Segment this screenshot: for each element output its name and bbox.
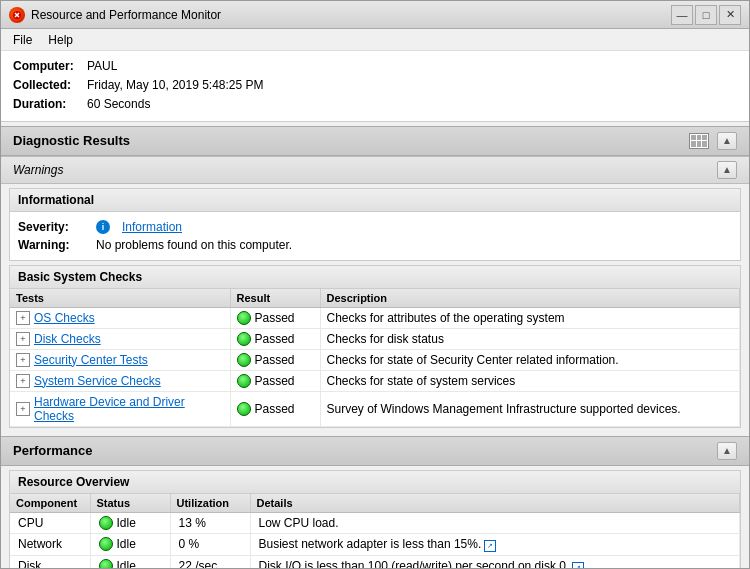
utilization-cell: 22 /sec: [170, 555, 250, 568]
test-cell: + Security Center Tests: [16, 353, 224, 367]
warning-value: No problems found on this computer.: [96, 238, 292, 252]
overview-table-row: Disk Idle 22 /sec Disk I/O is less than …: [10, 555, 740, 568]
external-link-icon[interactable]: ↗: [572, 562, 584, 568]
col-status: Status: [90, 494, 170, 513]
informational-header: Informational: [10, 189, 740, 212]
warnings-title: Warnings: [13, 163, 63, 177]
collected-value: Friday, May 10, 2019 5:48:25 PM: [87, 76, 264, 95]
duration-label: Duration:: [13, 95, 83, 114]
test-link-2[interactable]: Security Center Tests: [34, 353, 148, 367]
overview-table-row: Network Idle 0 % Busiest network adapter…: [10, 533, 740, 555]
checks-table-row: + System Service Checks Passed Checks fo…: [10, 370, 740, 391]
col-utilization: Utilization: [170, 494, 250, 513]
result-cell: Passed: [237, 332, 314, 346]
external-link-icon[interactable]: ↗: [484, 540, 496, 552]
test-cell: + System Service Checks: [16, 374, 224, 388]
test-link-4[interactable]: Hardware Device and Driver Checks: [34, 395, 224, 423]
duration-value: 60 Seconds: [87, 95, 150, 114]
maximize-button[interactable]: □: [695, 5, 717, 25]
resource-overview-title: Resource Overview: [10, 471, 740, 494]
checks-table-row: + Hardware Device and Driver Checks Pass…: [10, 391, 740, 426]
basic-system-checks-panel: Basic System Checks Tests Result Descrip…: [9, 265, 741, 428]
menu-bar: File Help: [1, 29, 749, 51]
col-tests: Tests: [10, 289, 230, 308]
result-cell: Passed: [237, 374, 314, 388]
informational-panel: Informational Severity: i Information Wa…: [9, 188, 741, 261]
component-cell: Disk: [10, 555, 90, 568]
test-link-3[interactable]: System Service Checks: [34, 374, 161, 388]
information-link[interactable]: Information: [122, 220, 182, 234]
performance-collapse-button[interactable]: ▲: [717, 442, 737, 460]
status-cell: Idle: [99, 516, 162, 530]
description-cell: Checks for state of Security Center rela…: [320, 349, 740, 370]
col-details: Details: [250, 494, 740, 513]
content-area[interactable]: Diagnostic Results ▲ Warnings ▲ Informat…: [1, 122, 749, 568]
description-cell: Checks for attributes of the operating s…: [320, 307, 740, 328]
passed-dot-icon: [237, 374, 251, 388]
window-title: Resource and Performance Monitor: [31, 8, 671, 22]
expand-icon[interactable]: +: [16, 311, 30, 325]
expand-icon[interactable]: +: [16, 374, 30, 388]
component-cell: CPU: [10, 512, 90, 533]
diagnostic-header-icons: ▲: [689, 132, 737, 150]
diagnostic-results-header[interactable]: Diagnostic Results ▲: [1, 126, 749, 156]
warnings-collapse-button[interactable]: ▲: [717, 161, 737, 179]
basic-checks-title: Basic System Checks: [10, 266, 740, 289]
checks-table-row: + Security Center Tests Passed Checks fo…: [10, 349, 740, 370]
test-cell: + OS Checks: [16, 311, 224, 325]
passed-dot-icon: [237, 332, 251, 346]
checks-table-row: + OS Checks Passed Checks for attributes…: [10, 307, 740, 328]
checks-table: Tests Result Description + OS Checks P: [10, 289, 740, 427]
component-cell: Network: [10, 533, 90, 555]
description-cell: Checks for state of system services: [320, 370, 740, 391]
test-cell: + Disk Checks: [16, 332, 224, 346]
expand-icon[interactable]: +: [16, 353, 30, 367]
description-cell: Checks for disk status: [320, 328, 740, 349]
expand-icon[interactable]: +: [16, 402, 30, 416]
menu-file[interactable]: File: [5, 31, 40, 49]
status-cell: Idle: [99, 537, 162, 551]
status-dot-icon: [99, 559, 113, 568]
expand-icon[interactable]: +: [16, 332, 30, 346]
diagnostic-collapse-button[interactable]: ▲: [717, 132, 737, 150]
diagnostic-results-title: Diagnostic Results: [13, 133, 130, 148]
checks-table-header-row: Tests Result Description: [10, 289, 740, 308]
test-cell: + Hardware Device and Driver Checks: [16, 395, 224, 423]
resource-overview-panel: Resource Overview Component Status Utili…: [9, 470, 741, 568]
col-result: Result: [230, 289, 320, 308]
system-info-bar: Computer: PAUL Collected: Friday, May 10…: [1, 51, 749, 122]
result-cell: Passed: [237, 402, 314, 416]
status-dot-icon: [99, 516, 113, 530]
status-text: Idle: [117, 559, 136, 568]
app-icon: [9, 7, 25, 23]
computer-value: PAUL: [87, 57, 117, 76]
performance-title: Performance: [13, 443, 92, 458]
test-link-1[interactable]: Disk Checks: [34, 332, 101, 346]
overview-table: Component Status Utilization Details CPU…: [10, 494, 740, 568]
main-window: Resource and Performance Monitor — □ ✕ F…: [0, 0, 750, 569]
result-cell: Passed: [237, 353, 314, 367]
grid-view-icon[interactable]: [689, 133, 709, 149]
severity-row: Severity: i Information: [18, 218, 732, 236]
menu-help[interactable]: Help: [40, 31, 81, 49]
minimize-button[interactable]: —: [671, 5, 693, 25]
close-button[interactable]: ✕: [719, 5, 741, 25]
description-cell: Survey of Windows Management Infrastruct…: [320, 391, 740, 426]
test-link-0[interactable]: OS Checks: [34, 311, 95, 325]
performance-header[interactable]: Performance ▲: [1, 436, 749, 466]
result-text: Passed: [255, 311, 295, 325]
result-text: Passed: [255, 374, 295, 388]
details-cell: Low CPU load.: [250, 512, 740, 533]
informational-body: Severity: i Information Warning: No prob…: [10, 212, 740, 260]
passed-dot-icon: [237, 402, 251, 416]
collected-label: Collected:: [13, 76, 83, 95]
result-text: Passed: [255, 402, 295, 416]
overview-table-header-row: Component Status Utilization Details: [10, 494, 740, 513]
result-text: Passed: [255, 332, 295, 346]
status-text: Idle: [117, 537, 136, 551]
col-component: Component: [10, 494, 90, 513]
status-dot-icon: [99, 537, 113, 551]
window-controls: — □ ✕: [671, 5, 741, 25]
warnings-header[interactable]: Warnings ▲: [1, 156, 749, 184]
title-bar: Resource and Performance Monitor — □ ✕: [1, 1, 749, 29]
